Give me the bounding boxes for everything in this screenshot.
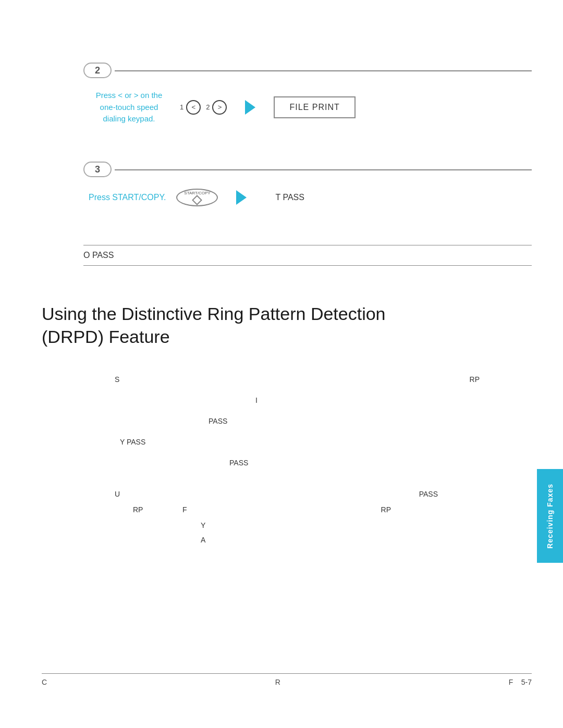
sidebar-tab-label: Receiving Faxes (546, 484, 554, 549)
key1-circle: < (186, 100, 201, 115)
body-pass3: PASS (419, 490, 438, 498)
key2-sup: 2 (206, 103, 210, 111)
step3-body: Press START/COPY. START/COPY T PASS (83, 189, 532, 206)
step2-header: 2 (83, 63, 532, 79)
step2-body: Press < or > on the one-touch speed dial… (83, 90, 532, 125)
step3-arrow (236, 190, 247, 205)
step2-badge: 2 (83, 63, 112, 78)
step2-line (115, 70, 532, 71)
body-y-pass: Y PASS (120, 438, 145, 446)
step2-arrow (245, 100, 255, 115)
footer-center: R (275, 678, 280, 686)
footer-f: F (509, 678, 513, 686)
key1-sup: 1 (180, 103, 183, 111)
body-f: F (182, 505, 187, 514)
section-heading: Using the Distinctive Ring Pattern Detec… (42, 302, 532, 348)
body-rp: RP (470, 375, 480, 384)
body-pass2: PASS (229, 459, 248, 467)
footer: C R F 5-7 (42, 673, 532, 686)
step2-instruction: Press < or > on the one-touch speed dial… (89, 90, 169, 125)
footer-right: F 5-7 (509, 678, 532, 686)
table-section: O PASS (83, 245, 532, 266)
step3-section: 3 Press START/COPY. START/COPY T PASS (83, 162, 532, 206)
body-y: Y (201, 521, 205, 529)
step3-instruction: Press START/COPY. (89, 193, 166, 202)
body-rp2: RP (133, 505, 143, 514)
step3-line (115, 169, 532, 170)
key2-symbol: > (218, 103, 222, 111)
body-a: A (201, 536, 205, 544)
start-copy-button[interactable]: START/COPY (176, 189, 218, 206)
body-rp3: RP (381, 505, 391, 514)
file-print-box: FILE PRINT (274, 96, 355, 118)
button-diamond (192, 195, 203, 205)
step3-header: 3 (83, 162, 532, 178)
key2-circle: > (212, 100, 227, 115)
heading-line1: Using the Distinctive Ring Pattern Detec… (42, 302, 532, 325)
table-row: O PASS (83, 245, 532, 266)
keypad-icons: 1 < 2 > (180, 100, 227, 115)
button-ellipse: START/COPY (176, 189, 218, 206)
footer-page: 5-7 (521, 678, 532, 686)
heading-line2: (DRPD) Feature (42, 325, 532, 348)
page-content: 2 Press < or > on the one-touch speed di… (0, 0, 563, 728)
footer-left: C (42, 678, 47, 686)
body-u: U (115, 490, 120, 498)
sidebar-tab: Receiving Faxes (537, 469, 563, 563)
step2-section: 2 Press < or > on the one-touch speed di… (83, 63, 532, 125)
key1-symbol: < (191, 103, 195, 111)
step3-badge: 3 (83, 162, 112, 177)
body-pass: PASS (209, 417, 227, 425)
body-i: I (255, 396, 258, 404)
step3-result: T PASS (275, 193, 304, 202)
body-s: S (115, 375, 119, 384)
